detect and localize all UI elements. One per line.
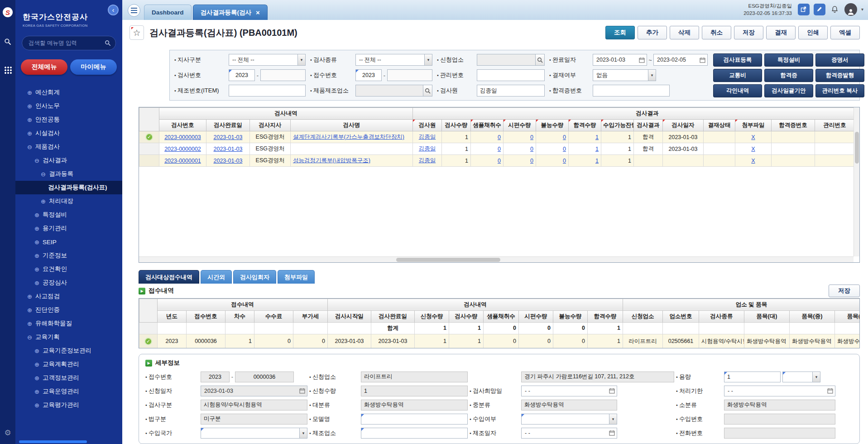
scrollbar-thumb[interactable] <box>855 132 859 164</box>
search-icon[interactable] <box>535 54 544 65</box>
cell-link[interactable]: 0 <box>563 158 566 164</box>
hamburger-menu-icon[interactable] <box>128 4 140 17</box>
calendar-icon[interactable] <box>639 57 645 63</box>
cell-link[interactable]: X <box>751 134 755 140</box>
cell-link[interactable]: 1 <box>595 146 599 152</box>
toolbar-button[interactable]: 조회 <box>605 26 635 39</box>
inspection-no-serial-input[interactable] <box>260 69 306 81</box>
cell-link[interactable]: 김종일 <box>419 134 436 140</box>
sidebar-item[interactable]: ⊕SEIP <box>15 235 122 249</box>
complete-date-to[interactable]: 2023-02-05 <box>653 54 708 66</box>
sidebar-item[interactable]: ⊕교육평가관리 <box>15 398 122 412</box>
sidebar-item[interactable]: ⊖결과등록 <box>15 167 122 181</box>
search-icon[interactable] <box>4 38 11 45</box>
sidebar-item[interactable]: ⊕교육운영관리 <box>15 385 122 398</box>
edit-icon[interactable] <box>814 4 825 15</box>
cell-link[interactable]: 0 <box>563 146 566 152</box>
sidebar-item[interactable]: ⊕특정설비 <box>15 208 122 222</box>
inspection-no-year-input[interactable] <box>229 69 255 81</box>
column-header[interactable]: 검사완료일 <box>371 310 415 322</box>
cell-link[interactable]: 0 <box>530 134 533 140</box>
filter-action-button[interactable]: 합격증 <box>764 69 813 82</box>
save-button[interactable]: 저장 <box>829 285 860 297</box>
inspection-type-select[interactable]: -- 전체 -- ▾ <box>355 54 432 66</box>
sidebar-item[interactable]: ⊕인사노무 <box>15 99 122 113</box>
cell-link[interactable]: 2023-0000003 <box>164 134 201 140</box>
date-input[interactable]: - - <box>724 386 835 396</box>
row-select-cell[interactable] <box>139 322 158 334</box>
open-new-window-icon[interactable] <box>798 4 810 15</box>
row-select-cell[interactable] <box>139 155 159 167</box>
cell-link[interactable]: 성능검정기록부(내압방폭구조) <box>293 157 370 164</box>
cell-link[interactable]: X <box>751 146 755 152</box>
cell-link[interactable]: X <box>751 158 755 164</box>
cell-link[interactable]: 2023-01-03 <box>214 158 243 164</box>
avatar[interactable] <box>844 3 857 16</box>
column-header[interactable]: 접수번호 <box>187 310 225 322</box>
detail-input[interactable] <box>361 372 468 382</box>
cell-link[interactable]: 2023-01-03 <box>214 146 243 152</box>
sidebar-item[interactable]: ⊕예산회계 <box>15 86 122 99</box>
column-header[interactable]: 검사명 <box>291 120 413 131</box>
cell-link[interactable]: 김종일 <box>419 157 436 164</box>
column-header[interactable]: 신청업소 <box>623 310 663 322</box>
row-select-cell[interactable] <box>139 143 159 155</box>
toolbar-button[interactable]: 결재 <box>766 26 796 39</box>
column-header[interactable]: 합격증번호 <box>772 120 815 131</box>
vertical-scrollbar[interactable] <box>854 107 859 256</box>
tab-receipt-detail[interactable]: 검사대상접수내역 <box>139 270 199 284</box>
column-header[interactable]: 업소번호 <box>663 310 699 322</box>
column-header[interactable]: 년도 <box>158 310 187 322</box>
cell-link[interactable]: 김종일 <box>419 145 436 152</box>
column-header[interactable]: 수수료 <box>254 310 293 322</box>
column-header[interactable]: 검사완료일 <box>206 120 250 131</box>
tab-inspection-attendee[interactable]: 검사입회자 <box>233 270 276 284</box>
calendar-icon[interactable] <box>700 57 705 63</box>
cell-link[interactable]: 1 <box>595 134 599 140</box>
horizontal-scrollbar[interactable] <box>139 256 854 262</box>
sidebar-item[interactable]: ⊕공장심사 <box>15 276 122 290</box>
filter-action-button[interactable]: 관리번호 복사 <box>815 84 864 97</box>
date-input[interactable]: 2023-01-03 <box>201 386 307 396</box>
column-header[interactable]: 검사번호 <box>159 120 206 131</box>
column-header[interactable]: 검사종류 <box>699 310 744 322</box>
filter-action-button[interactable]: 각인내역 <box>713 84 762 97</box>
column-header[interactable]: 시편수량 <box>519 310 553 322</box>
cell-link[interactable]: 2023-01-03 <box>214 134 243 140</box>
cell-link[interactable]: 설계단계검사기록부(가스누출경보차단장치) <box>293 134 404 140</box>
sidebar-item[interactable]: ⊕고객정보관리 <box>15 371 122 385</box>
certificate-no-input[interactable] <box>593 85 670 97</box>
tab-attachments[interactable]: 첨부파일 <box>278 270 315 284</box>
column-header[interactable]: 수입가능잔량 <box>601 120 634 131</box>
detail-input[interactable] <box>521 400 617 410</box>
unit-select[interactable]: ▾ <box>782 372 820 382</box>
close-icon[interactable]: × <box>256 9 260 16</box>
sidebar-item[interactable]: ⊕안전공통 <box>15 113 122 126</box>
sidebar-item[interactable]: ⊖제품검사 <box>15 140 122 154</box>
sidebar-item[interactable]: ⊕교육기준정보관리 <box>15 344 122 357</box>
cell-link[interactable]: 0 <box>498 146 501 152</box>
detail-input[interactable] <box>201 414 307 425</box>
sidebar-item[interactable]: ⊕용기관리 <box>15 222 122 235</box>
inspector-input[interactable] <box>477 85 545 97</box>
column-header[interactable]: 검사시작일 <box>328 310 371 322</box>
cell-link[interactable]: 0 <box>563 134 566 140</box>
filter-action-button[interactable]: 특정설비 <box>764 53 813 67</box>
column-header[interactable]: 검사일자 <box>663 120 704 131</box>
column-header[interactable]: 불능수량 <box>536 120 569 131</box>
favorite-star-icon[interactable]: ☆ <box>129 25 144 40</box>
toolbar-button[interactable]: 엑셀 <box>830 26 860 39</box>
detail-input[interactable] <box>361 428 468 439</box>
calendar-icon[interactable] <box>609 388 615 394</box>
complete-date-from[interactable]: 2023-01-03 <box>593 54 647 66</box>
filter-action-button[interactable]: 교통비 <box>713 69 762 82</box>
all-menu-button[interactable]: 전체메뉴 <box>21 59 67 75</box>
cell-link[interactable]: 2023-0000002 <box>164 146 201 152</box>
detail-input[interactable] <box>235 372 294 382</box>
detail-input[interactable] <box>361 414 468 425</box>
column-header[interactable]: 품목(중) <box>790 310 835 322</box>
column-header[interactable]: 합격수량 <box>569 120 601 131</box>
notification-bell-icon[interactable] <box>830 4 840 15</box>
sidebar-item[interactable]: ⊕진단인증 <box>15 303 122 317</box>
gear-icon[interactable]: ⚙ <box>4 428 11 438</box>
